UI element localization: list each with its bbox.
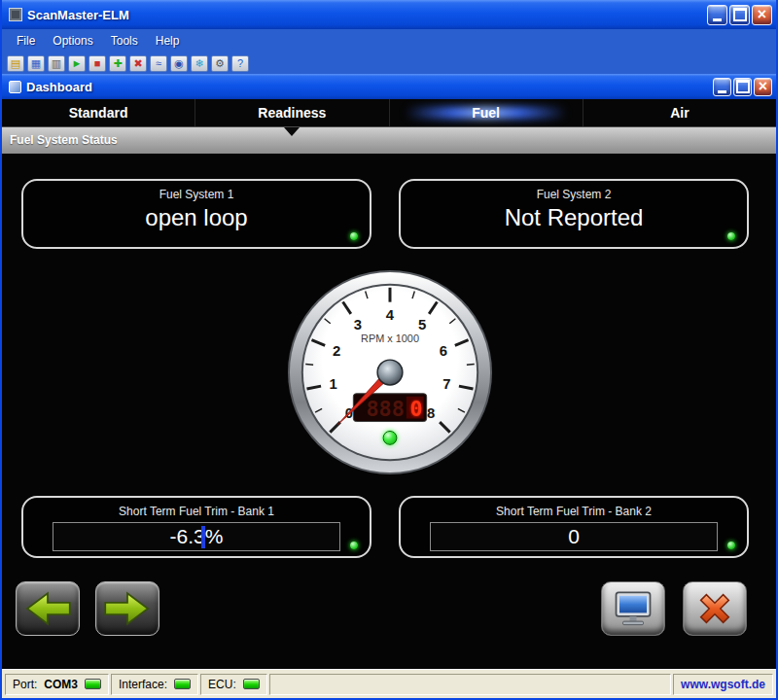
fuel-system-2-label: Fuel System 2 [401,188,747,201]
statusbar: Port: COM3 Interface: ECU: www.wgsoft.de [2,669,776,698]
ecu-label: ECU: [208,678,236,691]
statusbar-interface: Interface: [111,674,198,695]
arrow-right-icon [100,588,155,629]
toolbar-icon-clear-codes[interactable]: ✖ [129,55,147,72]
next-page-button[interactable] [95,581,159,636]
dashboard-title: Dashboard [26,80,713,94]
monitor-icon [609,588,657,629]
tab-air[interactable]: Air [584,99,776,126]
gauge-tick-label: 8 [427,405,435,421]
interface-led-icon [174,679,191,689]
gauge-tick-label: 1 [330,376,337,392]
toolbar-icon-open[interactable]: ▤ [7,55,24,72]
toolbar-icon-disconnect[interactable]: ■ [88,55,106,72]
status-led-icon [727,232,735,240]
red-x-icon [692,586,737,631]
toolbar-icon-dashboard[interactable]: ◉ [170,55,188,72]
stft-bank2-panel: Short Term Fuel Trim - Bank 2 0 [399,496,749,558]
dashboard-minimize-button[interactable] [713,78,731,96]
toolbar: ▤▦▥►■✚✖≈◉❄⚙? [2,52,776,74]
exit-dashboard-button[interactable] [683,581,747,636]
section-header: Fuel System Status [2,126,776,154]
menu-file[interactable]: File [8,31,44,51]
tab-readiness[interactable]: Readiness [195,99,389,126]
close-button[interactable] [752,5,772,25]
app-title: ScanMaster-ELM [27,8,707,22]
gauge-tick-label: 3 [354,317,362,332]
dashboard-area: Fuel System 1 open loop Fuel System 2 No… [2,154,776,671]
statusbar-website: www.wgsoft.de [673,674,773,695]
toolbar-icon-save[interactable]: ▦ [27,55,45,72]
dashboard-tabbar: Standard Readiness Fuel Air [2,99,776,126]
gauge-tick-label: 5 [418,317,426,332]
gauge-tick-label: 6 [440,343,447,359]
dashboard-window-icon [9,81,21,93]
fuel-system-2-panel: Fuel System 2 Not Reported [399,179,749,249]
fuel-system-1-value: open loop [23,204,370,231]
stft-bank1-panel: Short Term Fuel Trim - Bank 1 -6.3% [21,496,371,558]
arrow-left-icon [20,588,75,629]
gauge-tick [305,364,313,365]
port-label: Port: [13,678,37,691]
stft-bank2-value-box: 0 [430,522,718,551]
toolbar-icon-settings[interactable]: ⚙ [211,55,229,72]
menu-options[interactable]: Options [44,31,101,51]
status-led-icon [350,232,358,240]
toolbar-icon-freeze-frame[interactable]: ❄ [191,55,208,72]
interface-label: Interface: [119,678,167,691]
fuel-system-2-value: Not Reported [401,204,747,231]
stft-bank1-value-box: -6.3% [53,522,340,551]
dashboard-close-button[interactable] [754,78,772,96]
dashboard-titlebar: Dashboard [2,74,776,99]
fuel-system-1-panel: Fuel System 1 open loop [21,179,371,249]
maximize-button[interactable] [729,5,750,25]
toolbar-icon-connect[interactable]: ► [68,55,86,72]
toolbar-icon-print[interactable]: ▥ [48,55,65,72]
gauge-led-icon [383,431,397,444]
gauge-unit-label: RPM x 1000 [361,332,419,344]
status-led-icon [350,542,358,549]
tab-fuel[interactable]: Fuel [390,99,584,126]
stft-bank1-label: Short Term Fuel Trim - Bank 1 [23,505,370,518]
stft-bank1-value: -6.3% [53,523,339,550]
statusbar-ecu: ECU: [200,674,267,695]
stft-bank2-label: Short Term Fuel Trim - Bank 2 [401,505,747,518]
minimize-button[interactable] [707,5,727,25]
fuel-system-1-label: Fuel System 1 [23,188,370,201]
lcd-ghost-digits: 888 [366,397,404,421]
gauge-tick-label: 4 [386,307,395,323]
section-title: Fuel System Status [10,133,118,147]
port-value: COM3 [44,678,78,691]
toolbar-icon-help[interactable]: ? [231,55,249,72]
statusbar-spacer [269,674,671,695]
main-titlebar: ScanMaster-ELM [2,0,776,29]
port-led-icon [85,679,101,689]
monitor-view-button[interactable] [601,581,665,636]
stft-bank2-value: 0 [431,523,717,550]
status-led-icon [727,542,735,549]
app-chip-icon [9,8,22,21]
tab-readiness-label: Readiness [258,105,326,121]
tab-pointer-triangle [284,127,300,136]
toolbar-icon-read-codes[interactable]: ✚ [109,55,126,72]
menubar: File Options Tools Help [2,29,776,52]
gauge-tick [467,364,475,365]
dashboard-maximize-button[interactable] [733,78,752,96]
text-cursor [201,526,205,548]
menu-tools[interactable]: Tools [102,31,147,51]
website-link[interactable]: www.wgsoft.de [681,678,765,691]
previous-page-button[interactable] [16,581,80,636]
toolbar-icon-live-data[interactable]: ≈ [150,55,167,72]
tab-air-label: Air [670,105,689,121]
gauge-tick-label: 7 [442,376,450,392]
statusbar-port: Port: COM3 [5,674,109,695]
ecu-led-icon [243,679,260,689]
menu-help[interactable]: Help [147,31,189,51]
gauge-hub [377,360,403,385]
tab-fuel-label: Fuel [472,105,500,121]
gauge-tick-label: 2 [333,343,340,359]
rpm-gauge: 012345678 RPM x 1000 888 0 [284,266,496,478]
lcd-value: 0 [410,397,423,421]
tab-standard-label: Standard [69,105,128,121]
tab-standard[interactable]: Standard [2,99,195,126]
